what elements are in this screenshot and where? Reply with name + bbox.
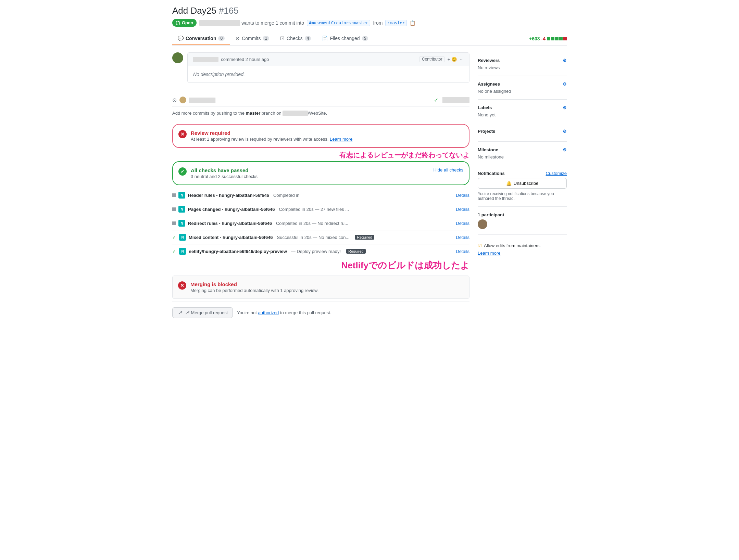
check-row-2: N Pages changed - hungry-albattani-56f64…: [172, 202, 469, 216]
blocking-title: Merging is blocked: [190, 281, 318, 287]
checkbox-icon: ☑: [478, 243, 482, 248]
authorized-link[interactable]: authorized: [258, 310, 279, 315]
check-link-3[interactable]: Details: [456, 221, 469, 226]
check-link-2[interactable]: Details: [456, 207, 469, 212]
source-branch[interactable]: :master: [385, 20, 407, 26]
reviewers-value: No reviews: [478, 65, 567, 70]
netlify-icon-5: N: [179, 248, 186, 255]
check-link-4[interactable]: Details: [456, 235, 469, 240]
sidebar-notifications: Notifications Customize 🔔 Unsubscribe Yo…: [478, 165, 567, 207]
pr-tabs: 💬 Conversation 0 ⊙ Commits 1 ☑ Checks 4 …: [172, 32, 567, 46]
labels-value: None yet: [478, 112, 567, 117]
tab-checks[interactable]: ☑ Checks 4: [275, 32, 316, 45]
participants-list: [478, 219, 567, 229]
checks-count: 4: [305, 36, 311, 41]
checks-desc: 3 neutral and 2 successful checks: [191, 174, 429, 179]
milestone-label: Milestone ⚙: [478, 147, 567, 152]
jp-annotation-2: Netlifyでのビルドは成功したよ: [172, 259, 469, 271]
check-neutral-icon-3: [172, 221, 176, 225]
check-name-5: netlify/hungry-albattani-56f646/deploy-p…: [189, 249, 287, 254]
files-icon: 📄: [322, 36, 328, 41]
assignees-gear[interactable]: ⚙: [563, 81, 567, 87]
pr-meta: Open ████████████ wants to merge 1 commi…: [172, 19, 567, 27]
check-name-4: Mixed content - hungry-albattani-56f646: [189, 235, 273, 240]
check-success-icon-5: ✓: [172, 249, 176, 254]
additions: +603: [529, 36, 540, 41]
projects-gear[interactable]: ⚙: [563, 129, 567, 134]
pr-number: #165: [219, 5, 239, 16]
labels-gear[interactable]: ⚙: [563, 105, 567, 110]
pr-sidebar: Reviewers ⚙ No reviews Assignees ⚙ No on…: [478, 52, 567, 323]
check-row-3: N Redirect rules - hungry-albattani-56f6…: [172, 216, 469, 230]
check-detail-2: Completed in 20s — 27 new files ...: [279, 207, 349, 212]
blocking-desc: Merging can be performed automatically w…: [190, 288, 318, 293]
netlify-icon-1: N: [178, 192, 185, 199]
sidebar-maintainers: ☑ Allow edits from maintainers. Learn mo…: [478, 235, 567, 261]
checks-passed-block: ✓ All checks have passed 3 neutral and 2…: [172, 161, 469, 185]
checks-check-icon: ✓: [178, 167, 187, 176]
tab-conversation[interactable]: 💬 Conversation 0: [172, 32, 230, 45]
review-title: Review required: [191, 130, 463, 136]
comment-header: ████████ commented 2 hours ago Contribut…: [188, 53, 469, 66]
diff-block-5: [563, 37, 567, 40]
copy-icon[interactable]: 📋: [410, 20, 415, 26]
deletions: -4: [541, 36, 546, 41]
diff-stat: +603 -4: [529, 32, 567, 45]
tab-commits[interactable]: ⊙ Commits 1: [230, 32, 275, 45]
reviewers-gear[interactable]: ⚙: [563, 58, 567, 63]
customize-link[interactable]: Customize: [546, 171, 567, 176]
check-name-3: Redirect rules - hungry-albattani-56f646: [188, 221, 272, 226]
checks-icon: ☑: [280, 36, 285, 41]
commit-names: ████ ████: [189, 98, 215, 103]
checks-content: All checks have passed 3 neutral and 2 s…: [191, 167, 429, 179]
unsubscribe-button[interactable]: 🔔 Unsubscribe: [478, 178, 567, 189]
milestone-gear[interactable]: ⚙: [563, 147, 567, 152]
check-link-5[interactable]: Details: [456, 249, 469, 254]
pr-main: ████████ commented 2 hours ago Contribut…: [172, 52, 469, 323]
labels-label: Labels ⚙: [478, 105, 567, 110]
checkbox-label: Allow edits from maintainers.: [484, 243, 541, 248]
diff-block-1: [547, 37, 550, 40]
sidebar-participants: 1 participant: [478, 207, 567, 235]
files-count: 5: [362, 36, 368, 41]
learn-more-link[interactable]: Learn more: [478, 251, 500, 256]
jp-annotation-1: 有志によるレビューがまだ終わってないよ: [172, 151, 469, 160]
comment-box: ████████ commented 2 hours ago Contribut…: [187, 52, 469, 83]
check-row-1: N Header rules - hungry-albattani-56f646…: [172, 188, 469, 202]
blocking-content: Merging is blocked Merging can be perfor…: [190, 281, 318, 293]
check-success-icon-4: ✓: [172, 234, 176, 240]
sidebar-assignees: Assignees ⚙ No one assigned: [478, 76, 567, 100]
milestone-value: No milestone: [478, 154, 567, 160]
tab-files[interactable]: 📄 Files changed 5: [316, 32, 374, 45]
review-learn-more[interactable]: Learn more: [330, 137, 352, 142]
comment-author: commented 2 hours ago: [221, 57, 269, 62]
branch-info: Add more commits by pushing to the maste…: [172, 106, 469, 120]
diff-block-3: [555, 37, 559, 40]
more-button[interactable]: ···: [460, 57, 464, 62]
commit-avatar: [179, 97, 186, 103]
merge-icon-btn: ⎇: [177, 310, 183, 315]
diff-block-2: [551, 37, 554, 40]
required-badge-4: Required: [355, 235, 374, 240]
check-link-1[interactable]: Details: [456, 193, 469, 198]
netlify-icon-3: N: [178, 220, 185, 227]
hide-checks-link[interactable]: Hide all checks: [434, 167, 463, 173]
sidebar-labels: Labels ⚙ None yet: [478, 100, 567, 123]
maintainers-checkbox-row: ☑ Allow edits from maintainers.: [478, 243, 567, 248]
target-branch[interactable]: AmusementCreators:master: [307, 20, 370, 26]
jp-text-2: Netlifyでのビルドは成功したよ: [341, 260, 469, 270]
pr-header: Add Day25 #165 Open ████████████ wants t…: [172, 5, 567, 27]
sidebar-milestone: Milestone ⚙ No milestone: [478, 142, 567, 165]
participant-avatar-1[interactable]: [478, 219, 487, 229]
blocking-x-icon: ✕: [178, 281, 186, 290]
comment-actions: Contributor + 😊 ···: [419, 56, 464, 62]
check-detail-4: Successful in 20s — No mixed con...: [277, 235, 350, 240]
emoji-button[interactable]: + 😊: [447, 57, 457, 62]
commit-check-icon: ✓: [434, 97, 438, 103]
check-neutral-icon-1: [172, 193, 176, 197]
merge-area: ⎇ ⎇ Merge pull request You're not author…: [172, 302, 469, 323]
merge-button[interactable]: ⎇ ⎇ Merge pull request: [172, 307, 233, 318]
checks-list: N Header rules - hungry-albattani-56f646…: [172, 188, 469, 258]
netlify-icon-2: N: [178, 206, 185, 213]
notifications-label: Notifications Customize: [478, 171, 567, 176]
